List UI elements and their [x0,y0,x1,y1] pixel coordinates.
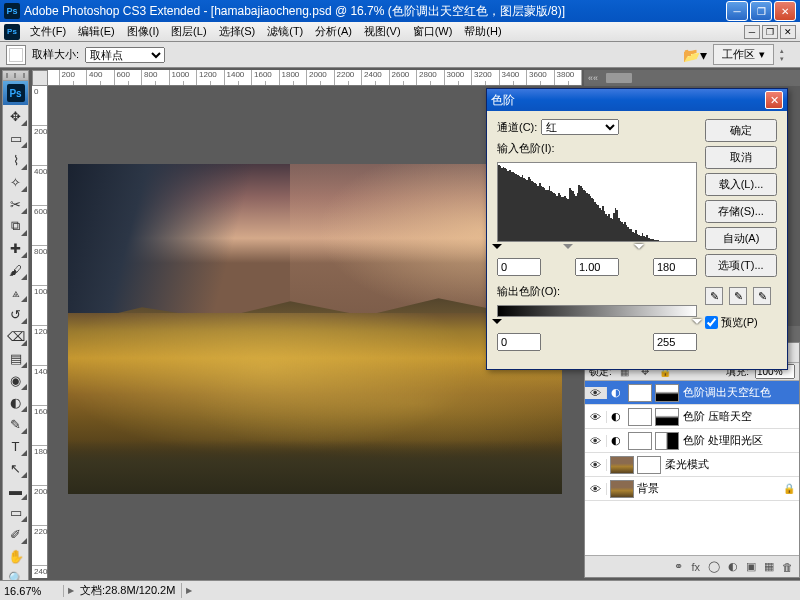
gamma-handle[interactable] [563,244,573,254]
ok-button[interactable]: 确定 [705,119,777,142]
eyedropper-tool-icon[interactable]: ✐ [3,523,28,545]
load-button[interactable]: 载入(L)... [705,173,777,196]
dodge-tool-icon[interactable]: ◐ [3,391,28,413]
input-gamma-field[interactable] [575,258,619,276]
layer-thumbnail[interactable] [628,432,652,450]
healing-tool-icon[interactable]: ✚ [3,237,28,259]
blur-tool-icon[interactable]: ◉ [3,369,28,391]
save-button[interactable]: 存储(S)... [705,200,777,223]
visibility-icon[interactable]: 👁 [585,459,607,471]
layer-row[interactable]: 👁柔光模式 [585,453,799,477]
cancel-button[interactable]: 取消 [705,146,777,169]
menu-help[interactable]: 帮助(H) [458,22,507,41]
sample-size-select[interactable]: 取样点 [85,47,165,63]
menu-view[interactable]: 视图(V) [358,22,407,41]
path-tool-icon[interactable]: ↖ [3,457,28,479]
dialog-close-button[interactable]: ✕ [765,91,783,109]
eraser-tool-icon[interactable]: ⌫ [3,325,28,347]
tool-preset-picker[interactable] [6,45,26,65]
channel-select[interactable]: 红 [541,119,619,135]
adjustment-layer-icon[interactable]: ◐ [728,560,738,573]
eyedropper-black-icon[interactable]: ✎ [705,287,723,305]
menu-image[interactable]: 图像(I) [121,22,165,41]
toolbox-grip[interactable] [3,71,28,81]
dialog-titlebar[interactable]: 色阶 ✕ [487,89,787,111]
expand-icon[interactable]: «« [588,73,598,83]
white-point-handle[interactable] [634,244,644,254]
menu-filter[interactable]: 滤镜(T) [261,22,309,41]
layer-row[interactable]: 👁◐色阶 压暗天空 [585,405,799,429]
layers-list[interactable]: 👁◐色阶调出天空红色👁◐色阶 压暗天空👁◐色阶 处理阳光区👁柔光模式👁背景🔒 [585,381,799,555]
layer-name[interactable]: 色阶 处理阳光区 [683,433,799,448]
pen-tool-icon[interactable]: ✎ [3,413,28,435]
history-brush-icon[interactable]: ↺ [3,303,28,325]
layer-fx-icon[interactable]: fx [691,561,700,573]
layer-thumbnail[interactable] [610,480,634,498]
crop-tool-icon[interactable]: ✂ [3,193,28,215]
menu-layer[interactable]: 图层(L) [165,22,212,41]
doc-minimize-button[interactable]: ─ [744,25,760,39]
preview-checkbox[interactable]: 预览(P) [705,315,777,330]
type-tool-icon[interactable]: T [3,435,28,457]
layer-row[interactable]: 👁◐色阶 处理阳光区 [585,429,799,453]
bridge-icon[interactable]: 📂▾ [683,47,707,63]
gradient-tool-icon[interactable]: ▤ [3,347,28,369]
doc-close-button[interactable]: ✕ [780,25,796,39]
move-tool-icon[interactable]: ✥ [3,105,28,127]
visibility-icon[interactable]: 👁 [585,483,607,495]
mask-thumbnail[interactable] [637,456,661,474]
output-white-field[interactable] [653,333,697,351]
layer-row[interactable]: 👁◐色阶调出天空红色 [585,381,799,405]
visibility-icon[interactable]: 👁 [585,387,607,399]
wand-tool-icon[interactable]: ✧ [3,171,28,193]
maximize-button[interactable]: ❐ [750,1,772,21]
stamp-tool-icon[interactable]: ⟁ [3,281,28,303]
layer-name[interactable]: 背景 [637,481,783,496]
slice-tool-icon[interactable]: ⧉ [3,215,28,237]
mask-thumbnail[interactable] [655,408,679,426]
eyedropper-white-icon[interactable]: ✎ [753,287,771,305]
ruler-vertical[interactable]: 0200400600800100012001400160018002000220… [32,86,48,578]
workspace-switcher[interactable]: 工作区 [713,44,774,65]
levels-dialog[interactable]: 色阶 ✕ 通道(C): 红 输入色阶(I): 输出色阶(O): [486,88,788,370]
ruler-horizontal[interactable]: 0200400600800100012001400160018002000220… [32,70,582,86]
menu-edit[interactable]: 编辑(E) [72,22,121,41]
layer-mask-icon[interactable]: ◯ [708,560,720,573]
layer-thumbnail[interactable] [610,456,634,474]
marquee-tool-icon[interactable]: ▭ [3,127,28,149]
menu-analysis[interactable]: 分析(A) [309,22,358,41]
group-icon[interactable]: ▣ [746,560,756,573]
menu-window[interactable]: 窗口(W) [407,22,459,41]
out-white-handle[interactable] [692,319,702,329]
lasso-tool-icon[interactable]: ⌇ [3,149,28,171]
close-button[interactable]: ✕ [774,1,796,21]
layer-name[interactable]: 柔光模式 [665,457,799,472]
mask-thumbnail[interactable] [655,432,679,450]
shape-tool-icon[interactable]: ▬ [3,479,28,501]
out-black-handle[interactable] [492,319,502,329]
notes-tool-icon[interactable]: ▭ [3,501,28,523]
new-layer-icon[interactable]: ▦ [764,560,774,573]
layer-name[interactable]: 色阶 压暗天空 [683,409,799,424]
options-button[interactable]: 选项(T)... [705,254,777,277]
status-menu-icon[interactable]: ▶ [186,586,192,595]
zoom-level[interactable]: 16.67% [0,585,64,597]
layer-thumbnail[interactable] [628,408,652,426]
panel-toggle-icon[interactable]: ▴▾ [780,47,794,63]
visibility-icon[interactable]: 👁 [585,411,607,423]
link-layers-icon[interactable]: ⚭ [674,560,683,573]
doc-restore-button[interactable]: ❐ [762,25,778,39]
input-slider[interactable] [497,244,697,254]
eyedropper-gray-icon[interactable]: ✎ [729,287,747,305]
brush-tool-icon[interactable]: 🖌 [3,259,28,281]
panel-tab-icon[interactable] [606,73,632,83]
input-black-field[interactable] [497,258,541,276]
mask-thumbnail[interactable] [655,384,679,402]
menu-file[interactable]: 文件(F) [24,22,72,41]
ruler-origin[interactable] [32,70,48,86]
black-point-handle[interactable] [492,244,502,254]
output-black-field[interactable] [497,333,541,351]
visibility-icon[interactable]: 👁 [585,435,607,447]
auto-button[interactable]: 自动(A) [705,227,777,250]
minimize-button[interactable]: ─ [726,1,748,21]
